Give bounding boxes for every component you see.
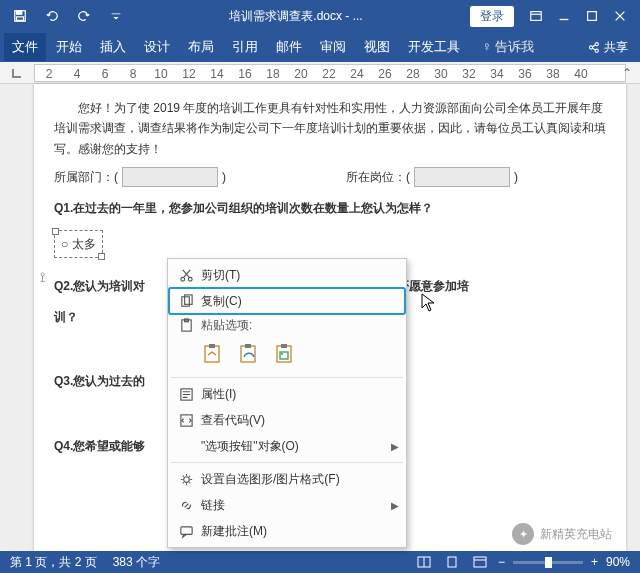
page-indicator[interactable]: 第 1 页，共 2 页 (10, 554, 97, 571)
menu-copy[interactable]: 复制(C) (169, 288, 405, 314)
svg-rect-19 (281, 344, 287, 348)
tab-references[interactable]: 引用 (224, 33, 266, 61)
zoom-in-icon[interactable]: + (591, 555, 598, 569)
tab-design[interactable]: 设计 (136, 33, 178, 61)
word-count[interactable]: 383 个字 (113, 554, 160, 571)
svg-point-6 (595, 42, 598, 45)
paste-picture-icon[interactable] (271, 340, 299, 368)
chevron-right-icon: ▶ (391, 441, 399, 452)
login-button[interactable]: 登录 (470, 6, 514, 27)
menu-cut[interactable]: 剪切(T) (169, 262, 405, 288)
tab-file[interactable]: 文件 (4, 33, 46, 61)
view-code-icon (175, 413, 197, 428)
paste-merge-icon[interactable] (235, 340, 263, 368)
question-1: Q1.在过去的一年里，您参加公司组织的培训次数在数量上您认为怎样？ (54, 198, 606, 218)
tab-selector-icon[interactable] (0, 68, 34, 78)
redo-icon[interactable] (70, 3, 98, 29)
paste-options-row (169, 336, 405, 374)
ruler-bar: 246810121416182022242628303234363840 (0, 62, 640, 84)
svg-rect-25 (180, 526, 191, 534)
web-layout-icon[interactable] (470, 554, 490, 570)
svg-point-21 (281, 353, 283, 355)
dept-input[interactable] (122, 167, 218, 187)
qat-dropdown-icon[interactable] (102, 3, 130, 29)
read-mode-icon[interactable] (414, 554, 434, 570)
menu-properties[interactable]: 属性(I) (169, 381, 405, 407)
tab-insert[interactable]: 插入 (92, 33, 134, 61)
paste-icon (175, 318, 197, 333)
menu-option-button-object[interactable]: "选项按钮"对象(O)▶ (169, 433, 405, 459)
svg-rect-3 (531, 12, 542, 21)
menu-paste-options-header: 粘贴选项: (169, 314, 405, 336)
option-button-object[interactable]: ○ 太多 (54, 230, 103, 258)
new-comment-icon (175, 524, 197, 539)
svg-rect-28 (474, 557, 486, 567)
zoom-slider[interactable] (513, 561, 583, 564)
menu-new-comment[interactable]: 新建批注(M) (169, 518, 405, 544)
post-input[interactable] (414, 167, 510, 187)
maximize-icon[interactable] (578, 3, 606, 29)
ribbon-tabs: 文件 开始 插入 设计 布局 引用 邮件 审阅 视图 开发工具 ♀ 告诉我 共享 (0, 32, 640, 62)
cut-icon (175, 268, 197, 283)
menu-link[interactable]: 链接▶ (169, 492, 405, 518)
tab-layout[interactable]: 布局 (180, 33, 222, 61)
anchor-icon: ⟟ (40, 266, 45, 290)
svg-rect-4 (588, 12, 597, 21)
tab-home[interactable]: 开始 (48, 33, 90, 61)
watermark-logo-icon: ✦ (512, 523, 534, 545)
tell-me[interactable]: ♀ 告诉我 (474, 33, 542, 61)
zoom-level[interactable]: 90% (606, 555, 630, 569)
context-menu: 剪切(T) 复制(C) 粘贴选项: 属性(I) 查看代码(V) "选项按钮"对象… (167, 258, 407, 548)
svg-rect-14 (205, 346, 219, 362)
collapse-ribbon-icon[interactable]: ⌃ (622, 66, 632, 80)
svg-rect-13 (184, 318, 188, 321)
post-field: 所在岗位：() (346, 167, 518, 187)
svg-rect-1 (17, 11, 22, 15)
minimize-icon[interactable] (550, 3, 578, 29)
svg-point-7 (595, 49, 598, 52)
svg-rect-27 (448, 557, 456, 567)
svg-rect-2 (17, 17, 24, 21)
link-icon (175, 498, 197, 513)
copy-icon (175, 294, 197, 309)
save-icon[interactable] (6, 3, 34, 29)
undo-icon[interactable] (38, 3, 66, 29)
horizontal-ruler[interactable]: 246810121416182022242628303234363840 (34, 64, 626, 82)
print-layout-icon[interactable] (442, 554, 462, 570)
paste-keep-source-icon[interactable] (199, 340, 227, 368)
menu-format-shape[interactable]: 设置自选图形/图片格式(F) (169, 466, 405, 492)
svg-rect-17 (245, 344, 251, 348)
window-title: 培训需求调查表.docx - ... (130, 8, 462, 25)
zoom-out-icon[interactable]: − (498, 555, 505, 569)
chevron-right-icon: ▶ (391, 500, 399, 511)
svg-rect-15 (209, 344, 215, 348)
svg-point-24 (183, 476, 189, 482)
share-button[interactable]: 共享 (579, 39, 636, 56)
tab-developer[interactable]: 开发工具 (400, 33, 468, 61)
watermark: ✦ 新精英充电站 (512, 523, 612, 545)
status-bar: 第 1 页，共 2 页 383 个字 − + 90% (0, 551, 640, 573)
svg-point-9 (188, 277, 192, 281)
tab-view[interactable]: 视图 (356, 33, 398, 61)
format-shape-icon (175, 472, 197, 487)
menu-view-code[interactable]: 查看代码(V) (169, 407, 405, 433)
svg-rect-20 (280, 352, 288, 359)
right-gutter (626, 84, 640, 551)
left-gutter (0, 84, 34, 551)
doc-paragraph-intro: 您好！为了使 2019 年度的培训工作更具有针对性和实用性，人力资源部面向公司全… (54, 98, 606, 159)
svg-point-5 (589, 45, 592, 48)
tab-review[interactable]: 审阅 (312, 33, 354, 61)
title-bar: 培训需求调查表.docx - ... 登录 (0, 0, 640, 32)
properties-icon (175, 387, 197, 402)
dept-field: 所属部门：() (54, 167, 226, 187)
mouse-cursor (421, 293, 437, 316)
tab-mailings[interactable]: 邮件 (268, 33, 310, 61)
svg-point-8 (180, 277, 184, 281)
ribbon-options-icon[interactable] (522, 3, 550, 29)
close-icon[interactable] (606, 3, 634, 29)
